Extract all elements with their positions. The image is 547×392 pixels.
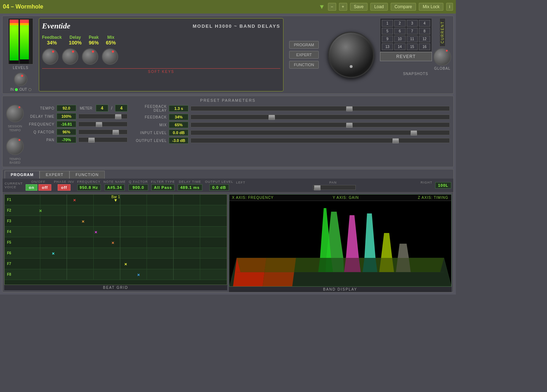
- off-toggle[interactable]: off: [38, 184, 51, 191]
- minus-button[interactable]: −: [328, 3, 336, 11]
- expert-button[interactable]: EXPERT: [289, 51, 319, 59]
- feedback-delay-thumb[interactable]: [346, 106, 353, 111]
- voice-pan-slider[interactable]: [313, 185, 356, 190]
- tab-function[interactable]: FUNCTION: [69, 171, 105, 179]
- session-tempo-knob[interactable]: [6, 105, 24, 122]
- bottom-section: PROGRAM EXPERT FUNCTION CURRENTVOICE ON/…: [2, 169, 454, 292]
- snapshot-14[interactable]: 14: [394, 43, 406, 50]
- tab-program[interactable]: PROGRAM: [5, 171, 40, 179]
- current-label: CURRENT: [439, 18, 446, 47]
- function-button[interactable]: FUNCTION: [289, 61, 319, 69]
- mix-row: MIX 65%: [131, 122, 450, 128]
- frequency-slider[interactable]: [78, 122, 127, 127]
- mix-slider[interactable]: [191, 122, 450, 127]
- revert-button[interactable]: REVERT: [380, 52, 432, 61]
- program-button[interactable]: PROGRAM: [289, 41, 319, 49]
- snapshot-7[interactable]: 7: [407, 28, 418, 35]
- f1-label: F1: [5, 198, 14, 202]
- levels-knob[interactable]: [14, 73, 27, 86]
- phase-inv-toggle[interactable]: off: [58, 184, 70, 191]
- in-led: [15, 88, 18, 91]
- snapshots-label: SNAPSHOTS: [380, 72, 451, 76]
- output-level-thumb[interactable]: [392, 138, 399, 143]
- snapshot-5[interactable]: 5: [382, 28, 393, 35]
- snapshot-3[interactable]: 3: [407, 20, 418, 27]
- feedback-slider[interactable]: [191, 115, 450, 120]
- main-area: LEVELS IN OUT Eventide MODEL H3000 ~ BAN…: [0, 14, 456, 295]
- output-level-value: -3.0 dB: [169, 137, 188, 144]
- input-level-thumb[interactable]: [411, 131, 417, 136]
- band-viz-svg: [229, 201, 452, 286]
- compare-button[interactable]: Compare: [391, 3, 416, 11]
- tempo-based-knob[interactable]: [6, 137, 24, 155]
- delay-time-slider[interactable]: [78, 114, 127, 119]
- snapshot-9[interactable]: 9: [382, 36, 393, 42]
- f2-label: F2: [5, 208, 14, 212]
- on-toggle[interactable]: on: [26, 184, 37, 191]
- delay-time-thumb[interactable]: [115, 114, 121, 119]
- info-button[interactable]: i: [446, 3, 453, 11]
- feedback-thumb[interactable]: [269, 115, 275, 120]
- q-factor-thumb[interactable]: [113, 130, 119, 135]
- snapshot-11[interactable]: 11: [407, 36, 418, 42]
- soft-key-1[interactable]: [42, 48, 58, 65]
- note-name-value[interactable]: A#5.34: [105, 184, 124, 191]
- soft-key-3[interactable]: [82, 48, 98, 65]
- delay-display: Delay 100%: [69, 35, 82, 46]
- tab-expert[interactable]: EXPERT: [40, 171, 69, 179]
- levels-label: LEVELS: [13, 66, 28, 70]
- f7-content: ×: [14, 259, 227, 269]
- beat-row-f5: F5 ×: [5, 237, 227, 248]
- pan-thumb[interactable]: [88, 138, 95, 143]
- in-label: IN: [10, 88, 14, 91]
- plus-button[interactable]: +: [339, 3, 347, 11]
- snapshot-6[interactable]: 6: [394, 28, 406, 35]
- voice-pan-thumb[interactable]: [314, 185, 321, 190]
- band-display-panel: X AXIS: FREQUENCY Y AXIS: GAIN Z AXIS: T…: [229, 194, 452, 287]
- load-button[interactable]: Load: [370, 3, 388, 11]
- on-off-label: ON/OFF: [31, 180, 46, 184]
- snapshot-10[interactable]: 10: [394, 36, 406, 42]
- beat-grid-area[interactable]: Bar 1 ▼ F1 ×: [5, 195, 227, 280]
- voice-header: CURRENTVOICE ON/OFF on off PHASE INV off…: [2, 179, 453, 192]
- main-knob[interactable]: [328, 32, 374, 78]
- note-name-item: NOTE NAME A#5.34: [104, 180, 126, 191]
- global-knob[interactable]: [433, 48, 451, 66]
- f8-marker: ×: [137, 272, 140, 277]
- q-factor-slider[interactable]: [78, 129, 127, 134]
- preset-dropdown-button[interactable]: ▼: [319, 3, 325, 11]
- f6-label: F6: [5, 251, 14, 255]
- feedback-delay-slider[interactable]: [191, 106, 450, 111]
- mix-lock-button[interactable]: Mix Lock: [419, 3, 443, 11]
- delay-time-header-value[interactable]: 489.1 ms: [178, 184, 202, 191]
- snapshot-15[interactable]: 15: [407, 43, 418, 50]
- feedback-delay-row: FEEDBACK DELAY 1.3 s: [131, 105, 450, 112]
- output-level-header-value[interactable]: 0.0 dB: [209, 184, 229, 191]
- snapshot-16[interactable]: 16: [419, 43, 430, 50]
- delay-value: 100%: [69, 40, 82, 46]
- snapshot-12[interactable]: 12: [419, 36, 430, 42]
- preset-params-section: PRESET PARAMETERS SESSIONTEMPO TEMPOBASE…: [2, 96, 454, 167]
- output-level-slider[interactable]: [191, 138, 450, 143]
- snapshot-4[interactable]: 4: [419, 20, 430, 27]
- mix-thumb[interactable]: [346, 123, 353, 128]
- feedback-delay-value: 1.3 s: [169, 105, 188, 112]
- levels-section: LEVELS IN OUT: [5, 18, 37, 91]
- pan-slider[interactable]: [78, 137, 127, 142]
- frequency-thumb[interactable]: [96, 122, 102, 127]
- soft-key-4[interactable]: [102, 48, 118, 65]
- input-level-slider[interactable]: [191, 130, 450, 135]
- snapshot-8[interactable]: 8: [419, 28, 430, 35]
- filter-type-value[interactable]: All Pass: [151, 184, 174, 191]
- frequency-header-value[interactable]: 950.8 Hz: [77, 184, 101, 191]
- snapshot-grid: 1 2 3 4 5 6 7 8 9 10 11 12 13 14: [380, 18, 432, 52]
- f6-content: ×: [14, 248, 227, 258]
- svg-marker-20: [379, 258, 394, 272]
- snapshot-2[interactable]: 2: [394, 20, 406, 27]
- save-button[interactable]: Save: [350, 3, 368, 11]
- q-factor-header-value[interactable]: 900.0: [129, 184, 148, 191]
- frequency-label: FREQUENCY: [26, 122, 54, 126]
- snapshot-13[interactable]: 13: [382, 43, 393, 50]
- snapshot-1[interactable]: 1: [382, 20, 393, 27]
- soft-key-2[interactable]: [62, 48, 78, 65]
